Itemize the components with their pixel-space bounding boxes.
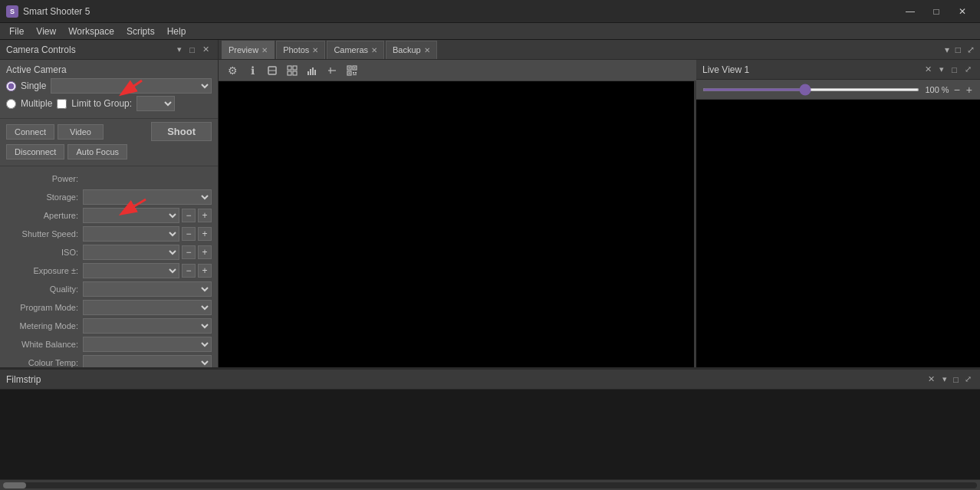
- chart-icon-btn[interactable]: [303, 61, 321, 80]
- quality-dropdown[interactable]: [83, 281, 212, 297]
- aperture-minus-btn[interactable]: −: [182, 209, 196, 222]
- live-view-panel: Live View 1 ✕ ▾ □ ⤢ 100 % − +: [696, 60, 980, 367]
- horizontal-scrollbar[interactable]: [3, 482, 977, 488]
- camera-controls-float-btn[interactable]: □: [187, 45, 197, 54]
- settings-icon-btn[interactable]: ⚙: [223, 61, 242, 80]
- svg-rect-18: [353, 72, 354, 74]
- close-button[interactable]: ✕: [951, 3, 974, 20]
- camera-controls-title: Camera Controls: [6, 44, 172, 55]
- multiple-camera-row: Multiple Limit to Group:: [6, 96, 212, 111]
- quality-setting-row: Quality:: [0, 280, 218, 298]
- preview-tab-bar: Preview ✕ Photos ✕ Cameras ✕ Backup ✕: [219, 40, 980, 60]
- zoom-minus-btn[interactable]: −: [952, 84, 962, 96]
- programmode-label: Program Mode:: [6, 303, 83, 312]
- tab-photos[interactable]: Photos ✕: [276, 41, 325, 59]
- whitebalance-dropdown[interactable]: [83, 337, 212, 352]
- qr-icon-btn[interactable]: [343, 61, 361, 80]
- menu-workspace[interactable]: Workspace: [62, 23, 120, 40]
- tab-backup-close[interactable]: ✕: [424, 46, 430, 54]
- tab-backup[interactable]: Backup ✕: [386, 41, 437, 59]
- autofocus-button[interactable]: Auto Focus: [67, 144, 127, 159]
- live-view-dropdown-btn[interactable]: ▾: [937, 64, 946, 74]
- disconnect-button[interactable]: Disconnect: [6, 144, 64, 159]
- menu-view[interactable]: View: [30, 23, 62, 40]
- aperture-dropdown[interactable]: [83, 208, 179, 223]
- limit-to-group-checkbox[interactable]: [57, 99, 67, 109]
- zoom-slider[interactable]: [702, 88, 919, 91]
- multiple-radio[interactable]: [6, 99, 16, 109]
- quality-control: [83, 281, 212, 297]
- levels-icon-btn[interactable]: [323, 61, 341, 80]
- menu-file[interactable]: File: [3, 23, 30, 40]
- tab-bar-dropdown-btn[interactable]: ▾: [942, 44, 952, 55]
- tab-preview-close[interactable]: ✕: [261, 46, 268, 54]
- live-view-close-btn[interactable]: ✕: [922, 64, 934, 74]
- meteringmode-label: Metering Mode:: [6, 321, 83, 331]
- exposure-plus-btn[interactable]: +: [198, 264, 212, 278]
- shutterspeed-control: − +: [83, 226, 212, 242]
- filmstrip-float-btn[interactable]: □: [951, 374, 961, 384]
- tab-cameras-label: Cameras: [334, 45, 368, 54]
- filmstrip-close-btn[interactable]: ✕: [926, 374, 937, 384]
- storage-dropdown[interactable]: [83, 189, 212, 205]
- filmstrip-dropdown-btn[interactable]: ▾: [940, 374, 949, 384]
- connect-button[interactable]: Connect: [6, 124, 54, 140]
- programmode-control: [83, 300, 212, 315]
- colourtemp-dropdown[interactable]: [83, 355, 212, 367]
- live-view-maximize-btn[interactable]: ⤢: [962, 64, 974, 74]
- iso-dropdown[interactable]: [83, 245, 179, 260]
- exposure-minus-btn[interactable]: −: [182, 264, 196, 278]
- filmstrip-maximize-btn[interactable]: ⤢: [962, 374, 974, 384]
- camera-controls-dropdown-btn[interactable]: ▾: [175, 44, 184, 54]
- shutterspeed-dropdown[interactable]: [83, 226, 179, 242]
- info-icon-btn[interactable]: ℹ: [243, 61, 261, 80]
- tab-photos-close[interactable]: ✕: [312, 46, 318, 54]
- aperture-control: − +: [83, 208, 212, 223]
- camera-controls-close-btn[interactable]: ✕: [200, 44, 212, 54]
- connect-row: Connect Video Shoot: [6, 122, 212, 141]
- active-camera-section: Active Camera Single Multiple Limit to G…: [0, 60, 218, 119]
- main-layout: Camera Controls ▾ □ ✕ Active Camera Sing…: [0, 40, 980, 490]
- whitebalance-setting-row: White Balance:: [0, 335, 218, 354]
- tab-bar-maximize-btn[interactable]: ⤢: [965, 44, 977, 55]
- main-preview: [219, 81, 696, 367]
- filmstrip-header: Filmstrip ✕ ▾ □ ⤢: [0, 370, 980, 390]
- svg-rect-7: [310, 69, 311, 75]
- shutterspeed-plus-btn[interactable]: +: [198, 227, 212, 241]
- programmode-dropdown[interactable]: [83, 300, 212, 315]
- single-camera-dropdown[interactable]: [51, 78, 212, 94]
- svg-rect-19: [355, 72, 357, 74]
- exposure-dropdown[interactable]: [83, 263, 179, 278]
- tab-cameras-close[interactable]: ✕: [371, 46, 377, 54]
- minimize-button[interactable]: —: [899, 3, 922, 20]
- iso-plus-btn[interactable]: +: [198, 245, 212, 259]
- power-label: Power:: [6, 174, 83, 183]
- bottom-scroll: [0, 479, 980, 490]
- filmstrip-content: [0, 390, 980, 479]
- single-radio[interactable]: [6, 81, 16, 91]
- maximize-button[interactable]: □: [925, 3, 948, 20]
- meteringmode-dropdown[interactable]: [83, 318, 212, 334]
- programmode-setting-row: Program Mode:: [0, 298, 218, 317]
- grid-icon-btn[interactable]: [283, 61, 301, 80]
- shutterspeed-minus-btn[interactable]: −: [182, 227, 196, 241]
- edit-icon-btn[interactable]: [263, 61, 281, 80]
- iso-minus-btn[interactable]: −: [182, 245, 196, 259]
- shoot-button[interactable]: Shoot: [151, 122, 212, 141]
- storage-label: Storage:: [6, 192, 83, 202]
- menu-scripts[interactable]: Scripts: [120, 23, 161, 40]
- tab-bar-float-btn[interactable]: □: [953, 44, 963, 55]
- group-dropdown[interactable]: [136, 96, 175, 111]
- video-button[interactable]: Video: [58, 124, 104, 140]
- iso-control: − +: [83, 245, 212, 260]
- zoom-plus-btn[interactable]: +: [965, 84, 974, 96]
- live-view-float-btn[interactable]: □: [949, 65, 959, 74]
- menu-help[interactable]: Help: [161, 23, 192, 40]
- live-view-title: Live View 1: [702, 64, 919, 75]
- tab-cameras[interactable]: Cameras ✕: [327, 41, 384, 59]
- tab-preview[interactable]: Preview ✕: [222, 41, 275, 59]
- tab-bar-end: ▾ □ ⤢: [942, 44, 977, 55]
- camera-actions: Connect Video Shoot Disconnect Auto Focu…: [0, 119, 218, 166]
- aperture-plus-btn[interactable]: +: [198, 209, 212, 222]
- colourtemp-control: [83, 355, 212, 367]
